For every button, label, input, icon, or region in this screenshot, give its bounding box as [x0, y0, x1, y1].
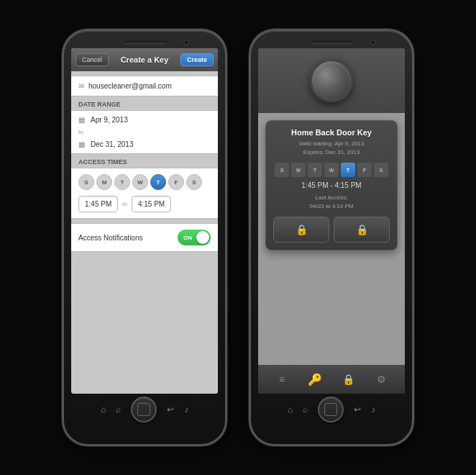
door-knob-area: [258, 48, 405, 113]
email-value: housecleaner@gmail.com: [88, 82, 172, 90]
p2-day-wed[interactable]: W: [324, 163, 339, 177]
days-row: S M T W T F S: [78, 174, 211, 190]
phone-2-camera: [370, 40, 376, 45]
phone-2-screen: Home Back Door Key Valid starting: Apr 9…: [258, 48, 405, 394]
day-fri[interactable]: F: [168, 174, 184, 190]
p2-day-sat[interactable]: S: [374, 163, 388, 177]
phone-1-inner: Cancel Create a Key Create ✉ housecleane…: [64, 31, 225, 444]
lock-buttons: 🔒 🔒: [273, 217, 390, 243]
time-row: 1:45 PM to 4:15 PM: [78, 196, 211, 212]
end-date-row[interactable]: ▦ Dec 31, 2013: [71, 135, 218, 153]
tab-key[interactable]: 🔑: [304, 368, 326, 390]
phone-2-speaker: [310, 41, 353, 45]
key-card: Home Back Door Key Valid starting: Apr 9…: [265, 120, 398, 250]
p2-day-fri[interactable]: F: [357, 163, 372, 177]
time-to-label: to: [122, 201, 127, 207]
phone-1-screen: Cancel Create a Key Create ✉ housecleane…: [71, 48, 218, 394]
toggle-label: ON: [183, 235, 192, 241]
p2-day-tue[interactable]: T: [308, 163, 322, 177]
create-button[interactable]: Create: [180, 53, 214, 66]
p2-day-mon[interactable]: M: [291, 163, 306, 177]
p2-home-button-inner: [324, 403, 337, 416]
nav-bar: Cancel Create a Key Create: [71, 48, 218, 71]
date-range-block: ▦ Apr 9, 2013 to ▦ Dec 31, 2013: [71, 110, 218, 154]
cancel-button[interactable]: Cancel: [75, 53, 109, 66]
calendar-icon-start: ▦: [78, 116, 85, 124]
home-button-inner: [137, 403, 150, 416]
date-to-label: to: [71, 129, 218, 135]
phone-1: Cancel Create a Key Create ✉ housecleane…: [62, 29, 227, 446]
email-icon: ✉: [78, 82, 84, 90]
start-date-row[interactable]: ▦ Apr 9, 2013: [71, 111, 218, 129]
p2-days-row: S M T W T F S: [273, 163, 390, 177]
back-icon[interactable]: ↩: [167, 404, 174, 415]
phone-1-bottom: ⌂ ⌕ ↩ ♪: [64, 394, 225, 444]
p2-volume-icon[interactable]: ♪: [371, 404, 375, 415]
start-date: Apr 9, 2013: [91, 116, 128, 124]
p2-home-icon[interactable]: ⌂: [288, 404, 293, 415]
p2-bottom-bar-icons: ⌂ ⌕ ↩ ♪: [288, 397, 375, 422]
access-times-header: Access Times: [71, 154, 218, 168]
end-time[interactable]: 4:15 PM: [132, 196, 171, 212]
end-date: Dec 31, 2013: [91, 140, 134, 148]
notifications-row: Access Notifications ON: [71, 223, 218, 252]
lock-button-2[interactable]: 🔒: [334, 217, 390, 243]
day-tue[interactable]: T: [114, 174, 130, 190]
valid-starting: Valid starting: Apr 9, 2013: [273, 140, 390, 148]
p2-home-button[interactable]: [318, 397, 344, 422]
p2-search-icon[interactable]: ⌕: [303, 404, 308, 415]
card-time-range: 1:45 PM - 4:15 PM: [273, 181, 390, 189]
card-title: Home Back Door Key: [273, 128, 390, 137]
day-sat[interactable]: S: [186, 174, 202, 190]
door-knob: [310, 59, 353, 102]
home-button[interactable]: [131, 397, 157, 422]
phone-2-inner: Home Back Door Key Valid starting: Apr 9…: [251, 31, 412, 444]
day-sun[interactable]: S: [78, 174, 94, 190]
phone-2-bottom: ⌂ ⌕ ↩ ♪: [251, 394, 412, 444]
day-thu[interactable]: T: [150, 174, 166, 190]
phone-2-content: Home Back Door Key Valid starting: Apr 9…: [258, 113, 405, 365]
phone-1-speaker: [123, 41, 166, 45]
bottom-bar-icons: ⌂ ⌕ ↩ ♪: [101, 397, 188, 422]
access-times-block: S M T W T F S 1:45 PM to 4:15 PM: [71, 168, 218, 219]
p2-back-icon[interactable]: ↩: [354, 404, 361, 415]
calendar-icon-end: ▦: [78, 140, 85, 148]
last-access: Last Access: 04/23 at 4:14 PM: [273, 194, 390, 211]
bottom-tabs: ≡ 🔑 🔒 ⚙: [258, 365, 405, 394]
search-icon[interactable]: ⌕: [116, 404, 121, 415]
tab-lock[interactable]: 🔒: [337, 368, 359, 390]
volume-icon[interactable]: ♪: [184, 404, 188, 415]
notifications-toggle[interactable]: ON: [178, 230, 211, 245]
lock-button-1[interactable]: 🔒: [273, 217, 329, 243]
tab-settings[interactable]: ⚙: [370, 368, 392, 390]
p2-day-sun[interactable]: S: [275, 163, 289, 177]
home-icon[interactable]: ⌂: [101, 404, 106, 415]
notifications-label: Access Notifications: [78, 234, 142, 242]
toggle-thumb: [196, 231, 209, 244]
phone-2: Home Back Door Key Valid starting: Apr 9…: [249, 29, 414, 446]
date-range-header: Date Range: [71, 96, 218, 110]
start-time[interactable]: 1:45 PM: [78, 196, 118, 212]
nav-title: Create a Key: [121, 55, 169, 64]
phones-container: Cancel Create a Key Create ✉ housecleane…: [47, 14, 429, 461]
tab-menu[interactable]: ≡: [271, 368, 293, 390]
phone-1-camera: [183, 40, 189, 45]
expires: Expires: Dec 31, 2013: [273, 148, 390, 157]
phone-1-content: ✉ housecleaner@gmail.com Date Range ▦ Ap…: [71, 71, 218, 394]
card-dates: Valid starting: Apr 9, 2013 Expires: Dec…: [273, 140, 390, 157]
last-access-label: Last Access:: [273, 194, 390, 202]
last-access-value: 04/23 at 4:14 PM: [273, 202, 390, 211]
day-mon[interactable]: M: [96, 174, 112, 190]
p2-day-thu[interactable]: T: [341, 163, 355, 177]
day-wed[interactable]: W: [132, 174, 148, 190]
email-row: ✉ housecleaner@gmail.com: [71, 76, 218, 96]
